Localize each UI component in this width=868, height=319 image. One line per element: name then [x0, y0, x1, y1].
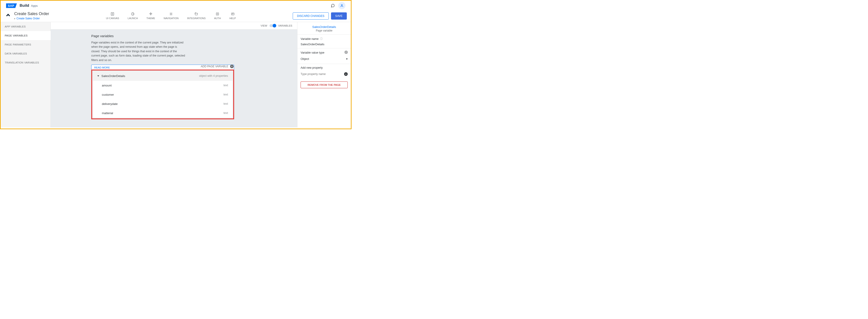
- remove-from-page-button[interactable]: REMOVE FROM THE PAGE: [301, 81, 348, 88]
- property-name: customer: [102, 93, 223, 96]
- property-type: text: [223, 111, 228, 115]
- variable-name-label: Variable name ⓘ: [301, 37, 348, 41]
- add-property-plus-icon[interactable]: +: [344, 72, 348, 76]
- top-bar: SAP Build Apps: [1, 1, 351, 10]
- variable-header[interactable]: SalesOrderDetails object with 4 properti…: [93, 71, 232, 81]
- svg-point-4: [131, 12, 134, 15]
- variable-type-select[interactable]: Object ▾: [301, 56, 348, 62]
- nav-auth[interactable]: AUTH: [214, 12, 221, 20]
- variable-type-section: Variable value type Object ▾: [298, 48, 351, 64]
- plus-icon: +: [230, 65, 234, 68]
- nav-label: UI CANVAS: [106, 17, 119, 20]
- variable-type-summary: object with 4 properties: [199, 74, 228, 77]
- ui-canvas-icon: [111, 12, 115, 16]
- theme-icon: [149, 12, 153, 16]
- canvas: VIEW VARIABLES Page variables Page varia…: [51, 22, 297, 128]
- launch-icon: [131, 12, 135, 16]
- toggle-variables-label: VARIABLES: [278, 24, 292, 27]
- right-panel: SalesOrderDetails Page variable Variable…: [297, 22, 351, 128]
- main-nav: UI CANVAS LAUNCH THEME NAVIGATION INTEGR…: [49, 11, 293, 20]
- nav-navigation[interactable]: NAVIGATION: [164, 12, 179, 20]
- navigation-icon: [169, 12, 173, 16]
- nav-label: HELP: [229, 17, 236, 20]
- info-icon[interactable]: ⓘ: [320, 37, 323, 41]
- breadcrumb: Create Sales Order ▸Create Sales Order: [5, 11, 49, 20]
- svg-point-0: [341, 4, 342, 6]
- caret-down-icon: [97, 75, 99, 76]
- nav-label: THEME: [147, 17, 155, 20]
- gear-icon[interactable]: [345, 51, 348, 55]
- variable-type-label: Variable value type: [301, 51, 348, 55]
- page-title: Create Sales Order: [14, 11, 49, 16]
- property-type: text: [223, 93, 228, 96]
- sidebar-item-translation-variables[interactable]: TRANSLATION VARIABLES: [1, 58, 51, 67]
- app-icon: [5, 12, 11, 19]
- integrations-icon: [194, 12, 198, 16]
- nav-ui-canvas[interactable]: UI CANVAS: [106, 12, 119, 20]
- property-type: text: [223, 84, 228, 87]
- variable-property-row[interactable]: deliverydate text: [93, 99, 232, 108]
- sidebar-item-page-parameters[interactable]: PAGE PARAMETERS: [1, 40, 51, 49]
- variable-property-row[interactable]: customer text: [93, 90, 232, 99]
- breadcrumb-link[interactable]: ▸Create Sales Order: [14, 17, 49, 20]
- variable-property-row[interactable]: amount text: [93, 81, 232, 90]
- property-name: amount: [102, 84, 223, 87]
- sidebar-item-app-variables[interactable]: APP VARIABLES: [1, 22, 51, 31]
- chevron-down-icon: ▾: [346, 57, 348, 61]
- add-page-variable-button[interactable]: ADD PAGE VARIABLE +: [91, 65, 234, 68]
- header-actions: DISCARD CHANGES SAVE: [293, 11, 347, 20]
- section-title: Page variables: [91, 34, 234, 38]
- variable-name-section: Variable name ⓘ SalesOrderDetails: [298, 34, 351, 48]
- help-icon: [231, 12, 235, 16]
- product-sub: Apps: [31, 4, 38, 7]
- canvas-content: Page variables Page variables exist in t…: [51, 30, 297, 124]
- nav-theme[interactable]: THEME: [147, 12, 155, 20]
- user-avatar-icon[interactable]: [338, 2, 345, 9]
- nav-label: NAVIGATION: [164, 17, 179, 20]
- variable-property-row[interactable]: matterial text: [93, 108, 232, 118]
- nav-label: LAUNCH: [128, 17, 138, 20]
- view-variables-toggle-bar: VIEW VARIABLES: [51, 22, 297, 30]
- variable-block: SalesOrderDetails object with 4 properti…: [93, 71, 232, 118]
- left-sidebar: APP VARIABLES PAGE VARIABLES PAGE PARAME…: [1, 22, 51, 128]
- sidebar-item-data-variables[interactable]: DATA VARIABLES: [1, 49, 51, 58]
- add-property-section: Add new property +: [298, 64, 351, 79]
- right-panel-header: SalesOrderDetails Page variable: [298, 25, 351, 34]
- highlight-annotation: SalesOrderDetails object with 4 properti…: [91, 70, 234, 119]
- add-page-variable-label: ADD PAGE VARIABLE: [201, 65, 228, 68]
- property-name: deliverydate: [102, 102, 223, 106]
- sidebar-item-page-variables[interactable]: PAGE VARIABLES: [1, 31, 51, 40]
- auth-icon: [215, 12, 219, 16]
- nav-integrations[interactable]: INTEGRATIONS: [187, 12, 206, 20]
- nav-label: AUTH: [214, 17, 221, 20]
- discard-changes-button[interactable]: DISCARD CHANGES: [293, 12, 329, 20]
- nav-help[interactable]: HELP: [229, 12, 236, 20]
- variable-name: SalesOrderDetails: [101, 74, 199, 78]
- main-body: APP VARIABLES PAGE VARIABLES PAGE PARAME…: [1, 22, 351, 128]
- section-description: Page variables exist in the context of t…: [91, 40, 186, 62]
- toggle-view-label: VIEW: [261, 24, 267, 27]
- header-row: Create Sales Order ▸Create Sales Order U…: [1, 10, 351, 22]
- sap-logo: SAP: [6, 3, 17, 8]
- nav-label: INTEGRATIONS: [187, 17, 206, 20]
- save-button[interactable]: SAVE: [331, 12, 347, 20]
- selected-variable-kind: Page variable: [301, 29, 348, 32]
- feedback-icon[interactable]: [329, 2, 336, 9]
- nav-launch[interactable]: LAUNCH: [128, 12, 138, 20]
- selected-variable-name: SalesOrderDetails: [301, 25, 348, 29]
- add-property-input[interactable]: [301, 71, 344, 77]
- add-property-label: Add new property: [301, 66, 348, 69]
- view-variables-toggle[interactable]: [270, 24, 276, 27]
- property-name: matterial: [102, 111, 223, 115]
- variable-type-value: Object: [301, 57, 309, 61]
- property-type: text: [223, 102, 228, 106]
- product-name: Build: [20, 3, 29, 8]
- svg-point-12: [346, 52, 347, 53]
- variable-name-input[interactable]: SalesOrderDetails: [301, 42, 348, 46]
